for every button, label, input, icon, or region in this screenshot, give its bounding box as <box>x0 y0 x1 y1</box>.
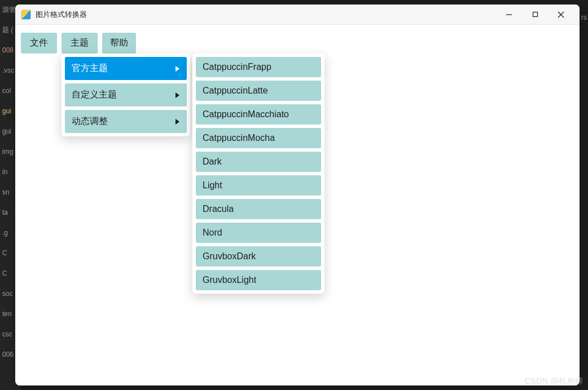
chevron-right-icon <box>174 92 180 99</box>
menubar: 文件 主题 帮助 <box>15 25 580 57</box>
menu-theme[interactable]: 主题 <box>62 33 98 54</box>
background-sidebar-item: gui <box>1 104 11 118</box>
official-themes-submenu: CatppuccinFrappCatppuccinLatteCatppuccin… <box>192 54 324 294</box>
chevron-right-icon <box>174 65 180 72</box>
background-sidebar-item: .g <box>1 225 8 240</box>
minimize-icon <box>506 11 512 18</box>
theme-menu-item[interactable]: 官方主题 <box>65 57 187 80</box>
background-sidebar-item: img <box>1 144 13 159</box>
theme-option[interactable]: GruvboxLight <box>196 270 321 290</box>
svg-marker-6 <box>175 119 179 125</box>
window-controls <box>496 5 574 25</box>
theme-option[interactable]: CatppuccinMocha <box>196 128 321 148</box>
theme-option[interactable]: GruvboxDark <box>196 246 321 267</box>
background-sidebar-item: C <box>1 266 7 281</box>
background-sidebar-item: .vsc <box>1 63 14 78</box>
background-sidebar-item: soc <box>1 286 13 301</box>
minimize-button[interactable] <box>496 5 522 25</box>
maximize-icon <box>532 11 538 17</box>
background-sidebar-item: 008 <box>1 43 14 57</box>
svg-rect-1 <box>533 12 537 17</box>
background-sidebar-item: csc <box>1 327 12 342</box>
background-sidebar-item: gui <box>1 124 11 139</box>
maximize-button[interactable] <box>522 5 548 25</box>
svg-marker-5 <box>175 92 179 98</box>
chevron-right-icon <box>174 118 180 125</box>
theme-option[interactable]: CatppuccinLatte <box>196 81 321 101</box>
background-sidebar-item: in <box>1 165 7 179</box>
theme-dropdown: 官方主题自定义主题动态调整 <box>62 54 190 136</box>
theme-option[interactable]: Light <box>196 175 321 196</box>
menu-help[interactable]: 帮助 <box>102 33 136 54</box>
background-sidebar-item: C <box>1 246 7 260</box>
theme-menu-item-label: 自定义主题 <box>72 89 117 101</box>
theme-option[interactable]: Nord <box>196 223 321 243</box>
background-right-text: rs <box>581 14 587 21</box>
svg-marker-4 <box>175 66 179 72</box>
titlebar: 图片格式转换器 <box>15 5 580 25</box>
background-sidebar-item: 006 <box>1 347 14 362</box>
theme-menu-item-label: 官方主题 <box>72 63 108 74</box>
background-sidebar-item: 题 ( <box>1 23 13 37</box>
app-window: 图片格式转换器 文件 主题 帮助 官方主题自定义主题动态调整 Catppucci… <box>15 5 580 385</box>
background-sidebar-item: col <box>1 83 11 98</box>
close-icon <box>558 11 564 18</box>
background-sidebar-item: ta <box>1 205 8 220</box>
menu-file[interactable]: 文件 <box>21 33 57 54</box>
theme-option[interactable]: CatppuccinMacchiato <box>196 104 321 125</box>
background-sidebar-item: ten <box>1 307 12 321</box>
theme-menu-item[interactable]: 动态调整 <box>65 110 187 133</box>
theme-menu-item[interactable]: 自定义主题 <box>65 83 187 107</box>
theme-option[interactable]: Dark <box>196 152 321 172</box>
window-title: 图片格式转换器 <box>36 10 496 20</box>
close-button[interactable] <box>548 5 574 25</box>
app-icon <box>21 10 31 20</box>
background-sidebar-item: sn <box>1 185 10 200</box>
theme-menu-item-label: 动态调整 <box>72 116 108 127</box>
theme-option[interactable]: CatppuccinFrapp <box>196 57 321 77</box>
theme-option[interactable]: Dracula <box>196 199 321 219</box>
